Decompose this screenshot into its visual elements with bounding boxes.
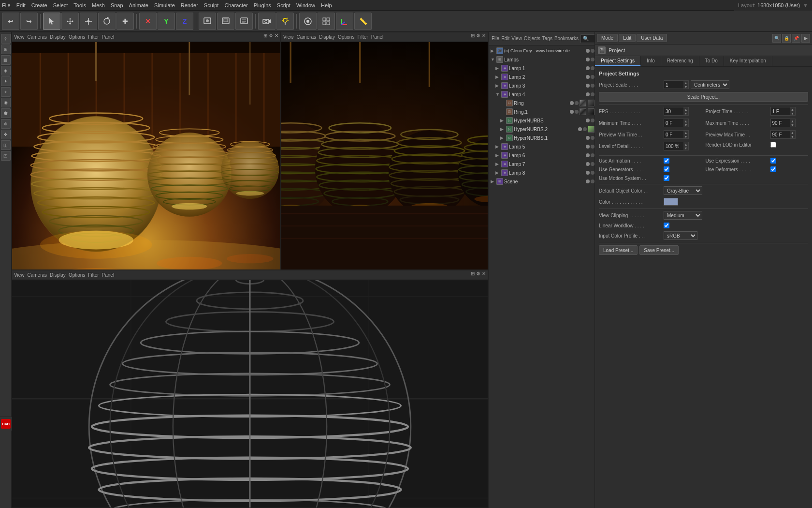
prev-min-field[interactable] [664, 132, 683, 137]
x-icon[interactable]: ✕ [139, 13, 157, 30]
scale-tool-button[interactable] [80, 13, 97, 30]
menu-item-file[interactable]: File [2, 2, 11, 8]
tab-todo[interactable]: To Do [699, 56, 724, 66]
axis-button[interactable] [336, 13, 353, 30]
tree-lock-lamp4[interactable] [591, 92, 594, 96]
light-button[interactable] [276, 13, 294, 30]
use-motion-checkbox[interactable] [664, 175, 669, 181]
tree-vis-hn[interactable] [586, 119, 590, 122]
tree-lock-lamp3[interactable] [591, 84, 594, 88]
menu-item-render[interactable]: Render [181, 2, 198, 8]
vp-menu-display[interactable]: Display [50, 34, 66, 40]
use-generators-checkbox[interactable] [664, 166, 669, 172]
rvp-menu-view[interactable]: View [283, 34, 294, 40]
render-lod-checkbox[interactable] [770, 142, 776, 148]
prevmax-up[interactable]: ▲ [790, 131, 795, 134]
default-color-select[interactable]: Gray-Blue Random [664, 186, 702, 195]
render-viewport[interactable]: View Cameras Display Options Filter Pane… [281, 32, 488, 270]
fps-field[interactable] [664, 109, 683, 114]
fvp-close-icon[interactable]: ✕ [482, 271, 486, 276]
tool-icon-11[interactable]: ◫ [1, 140, 11, 150]
rvp-menu-options[interactable]: Options [338, 34, 354, 40]
tree-visibility-dot[interactable] [586, 49, 590, 53]
render-region-button[interactable] [217, 13, 234, 30]
tool-icon-1[interactable]: ⊹ [1, 34, 11, 44]
fvp-menu-options[interactable]: Options [69, 272, 85, 278]
scene-menu-edit[interactable]: Edit [501, 36, 509, 41]
rvp-menu-cameras[interactable]: Cameras [297, 34, 317, 40]
tool-icon-5[interactable]: ✦ [1, 76, 11, 86]
tree-lock-ring1[interactable] [575, 110, 579, 114]
tree-vis-lamp8[interactable] [586, 171, 590, 175]
menu-item-edit[interactable]: Edit [16, 2, 26, 8]
tree-item-lamp4[interactable]: ▼ ◈ Lamp 4 [489, 90, 594, 99]
fvp-menu-cameras[interactable]: Cameras [28, 272, 47, 278]
vp-menu-cameras[interactable]: Cameras [28, 34, 47, 40]
rp-more-icon[interactable]: ▶ [801, 34, 810, 43]
rp-search-icon[interactable]: 🔍 [772, 34, 781, 43]
tree-lock-scene[interactable] [591, 179, 594, 183]
prev-min-input[interactable]: ▲ ▼ [664, 130, 689, 139]
load-preset-button[interactable]: Load Preset... [599, 245, 638, 255]
lod-input[interactable]: ▲ ▼ [664, 142, 689, 150]
maxt-down[interactable]: ▼ [790, 123, 795, 127]
menu-item-character[interactable]: Character [224, 2, 247, 8]
menu-item-help[interactable]: Help [321, 2, 332, 8]
rvp-settings-icon[interactable]: ⚙ [476, 33, 480, 38]
tree-item-lamp2[interactable]: ▶ ◈ Lamp 2 [489, 73, 594, 81]
lod-down[interactable]: ▼ [683, 146, 688, 150]
fps-down[interactable]: ▼ [683, 111, 688, 115]
menu-item-tools[interactable]: Tools [73, 2, 86, 8]
tree-lock-hn[interactable] [591, 119, 594, 122]
menu-item-script[interactable]: Script [277, 2, 290, 8]
tool-icon-10[interactable]: ✤ [1, 130, 11, 139]
tree-vis-lamp6[interactable] [586, 153, 590, 157]
menu-item-select[interactable]: Select [53, 2, 68, 8]
tree-expand-camera[interactable]: ▶ [491, 48, 495, 53]
menu-item-plugins[interactable]: Plugins [254, 2, 271, 8]
prev-max-input[interactable]: ▲ ▼ [770, 130, 796, 139]
min-time-field[interactable] [664, 120, 683, 126]
rvp-menu-panel[interactable]: Panel [371, 34, 384, 40]
menu-item-mesh[interactable]: Mesh [92, 2, 105, 8]
tree-vis-scene[interactable] [586, 179, 590, 183]
vp-menu-filter[interactable]: Filter [88, 34, 99, 40]
vp-menu-panel[interactable]: Panel [102, 34, 115, 40]
measure-button[interactable]: 📏 [354, 13, 372, 30]
tree-expand-hn1[interactable]: ▶ [500, 135, 505, 140]
vp-expand-icon[interactable]: ⊞ [263, 33, 267, 38]
scene-menu-objects[interactable]: Objects [524, 36, 540, 41]
menu-item-create[interactable]: Create [31, 2, 47, 8]
render-button[interactable] [199, 13, 216, 30]
tree-lock-lamp5[interactable] [591, 145, 594, 149]
vp-close-icon[interactable]: ✕ [275, 33, 278, 38]
tool-icon-6[interactable]: ⌖ [1, 87, 11, 97]
tool-icon-9[interactable]: ⊛ [1, 119, 11, 129]
create-tool-button[interactable]: ✚ [116, 13, 134, 30]
tree-vis-lamp7[interactable] [586, 162, 590, 166]
undo-button[interactable]: ↩ [2, 13, 19, 30]
prevmin-up[interactable]: ▲ [683, 131, 688, 134]
vp-menu-view[interactable]: View [14, 34, 25, 40]
input-color-select[interactable]: sRGB Linear [664, 231, 697, 240]
tree-item-hypernurbs[interactable]: ▶ N HyperNURBS [489, 116, 594, 125]
prevmin-down[interactable]: ▼ [683, 134, 688, 138]
y-icon[interactable]: Y [158, 13, 175, 30]
scene-menu-file[interactable]: File [492, 36, 499, 41]
rvp-menu-filter[interactable]: Filter [357, 34, 368, 40]
tree-vis-hn2[interactable] [578, 127, 582, 131]
tree-vis-ring[interactable] [570, 101, 574, 105]
mint-down[interactable]: ▼ [683, 123, 688, 127]
scale-down[interactable]: ▼ [683, 85, 688, 89]
rvp-close-icon[interactable]: ✕ [482, 33, 486, 38]
user-data-button[interactable]: User Data [637, 34, 667, 42]
menu-item-snap[interactable]: Snap [111, 2, 123, 8]
tree-item-lamp3[interactable]: ▶ ◈ Lamp 3 [489, 81, 594, 90]
tree-vis-lamp2[interactable] [586, 75, 590, 79]
prev-max-field[interactable] [771, 132, 790, 137]
scene-menu-view[interactable]: View [511, 36, 522, 41]
front-viewport[interactable]: View Cameras Display Options Filter Pane… [12, 270, 488, 508]
rp-pin-icon[interactable]: 📌 [792, 34, 800, 43]
rvp-expand-icon[interactable]: ⊞ [471, 33, 475, 38]
tree-item-lamp8[interactable]: ▶ ◈ Lamp 8 [489, 168, 594, 177]
